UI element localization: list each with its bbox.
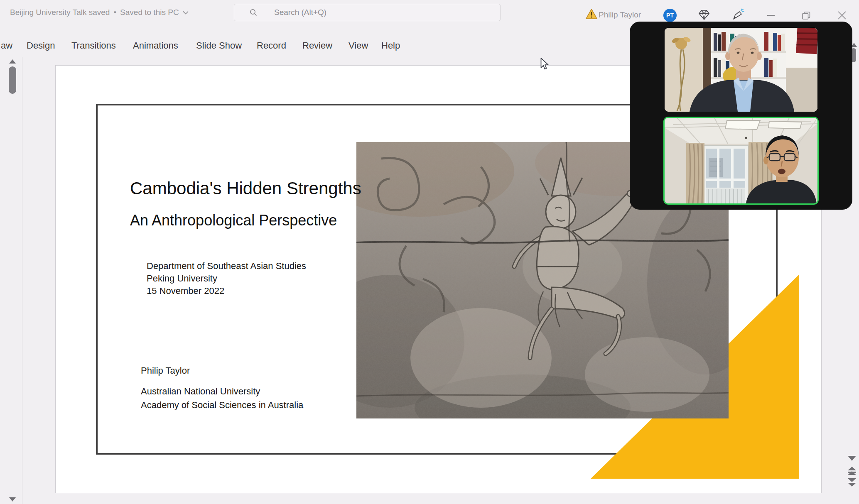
affiliation-line: Academy of Social Sciences in Australia <box>141 398 303 412</box>
premium-gem-icon[interactable] <box>698 10 710 20</box>
search-placeholder: Search (Alt+Q) <box>274 8 326 17</box>
close-button[interactable] <box>837 10 847 20</box>
restore-button[interactable] <box>802 12 810 20</box>
venue-line: Department of Southeast Asian Studies <box>147 260 306 272</box>
mouse-cursor <box>540 58 550 70</box>
video-tile-participant-2-active[interactable] <box>663 117 819 205</box>
slide-scroll-down-icon[interactable] <box>848 456 856 461</box>
minimize-button[interactable] <box>767 15 775 16</box>
video-tile-participant-1[interactable] <box>665 28 817 112</box>
venue-line: 15 November 2022 <box>147 285 306 297</box>
avatar-initials: PT <box>666 12 674 19</box>
search-icon <box>249 8 258 17</box>
tab-transitions[interactable]: Transitions <box>71 40 116 51</box>
venue-text-block[interactable]: Department of Southeast Asian Studies Pe… <box>147 260 306 297</box>
affiliation-line: Australian National University <box>141 384 303 398</box>
search-input[interactable]: Search (Alt+Q) <box>234 4 501 21</box>
thumbnails-scrollbar-thumb[interactable] <box>9 66 16 94</box>
pane-divider <box>22 57 22 504</box>
draw-marker-icon[interactable] <box>731 8 744 22</box>
tab-animations[interactable]: Animations <box>133 40 178 51</box>
tab-view[interactable]: View <box>349 40 368 51</box>
warning-icon[interactable] <box>586 9 597 20</box>
webcam-still-bookshelf <box>665 28 817 112</box>
tab-design[interactable]: Design <box>27 40 55 51</box>
tab-slide-show[interactable]: Slide Show <box>196 40 242 51</box>
account-name[interactable]: Philip Taylor <box>599 10 641 20</box>
tab-review[interactable]: Review <box>302 40 332 51</box>
title-separator: • <box>113 8 116 17</box>
tab-draw-partial[interactable]: aw <box>1 40 12 51</box>
previous-slide-button[interactable] <box>848 467 856 475</box>
slide-title[interactable]: Cambodia's Hidden Strengths <box>130 179 361 198</box>
thumbnails-scroll-down-icon[interactable] <box>9 497 16 502</box>
document-title-group[interactable]: Beijing University Talk saved • Saved to… <box>10 8 189 17</box>
chevron-down-icon[interactable] <box>183 11 189 15</box>
document-title[interactable]: Beijing University Talk saved <box>10 8 110 17</box>
venue-line: Peking University <box>147 272 306 285</box>
next-slide-button[interactable] <box>848 478 856 487</box>
tab-help[interactable]: Help <box>381 40 400 51</box>
slide-subtitle[interactable]: An Anthropological Perspective <box>130 212 337 229</box>
affiliation-text-block[interactable]: Australian National University Academy o… <box>141 384 303 412</box>
save-location-label[interactable]: Saved to this PC <box>120 8 179 17</box>
video-call-overlay[interactable] <box>630 22 852 210</box>
webcam-still-office <box>665 118 817 203</box>
tab-record[interactable]: Record <box>257 40 286 51</box>
powerpoint-window: Beijing University Talk saved • Saved to… <box>0 0 859 504</box>
thumbnails-scroll-up-icon[interactable] <box>9 59 16 64</box>
author-name[interactable]: Philip Taylor <box>141 365 190 376</box>
avatar[interactable]: PT <box>663 9 677 22</box>
